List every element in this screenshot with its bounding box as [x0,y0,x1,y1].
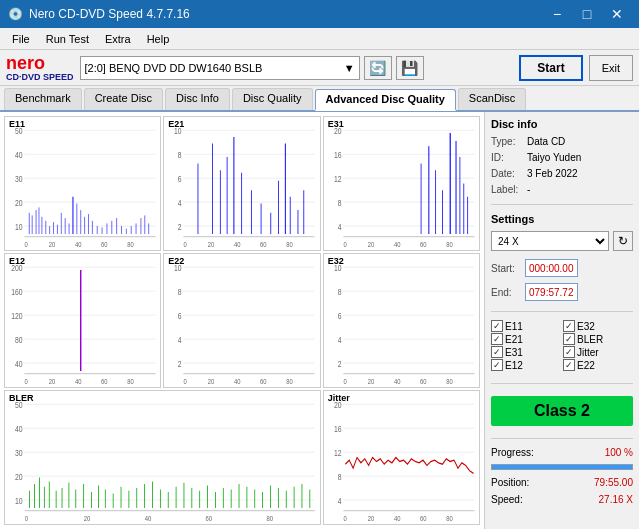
disc-type-row: Type: Data CD [491,136,633,147]
label-label: Label: [491,184,523,195]
title-bar: 💿 Nero CD-DVD Speed 4.7.7.16 − □ ✕ [0,0,639,28]
app-icon: 💿 [8,7,23,21]
main-content: E11 50 40 30 20 10 0 20 40 60 80 [0,112,639,529]
progress-label: Progress: [491,447,534,458]
toolbar: nero CD·DVD SPEED [2:0] BENQ DVD DD DW16… [0,50,639,86]
checkbox-e11[interactable]: ✓ [491,320,503,332]
svg-text:60: 60 [101,377,108,385]
checkbox-e12[interactable]: ✓ [491,359,503,371]
svg-text:30: 30 [15,174,23,184]
svg-text:40: 40 [15,359,23,369]
checkbox-e21[interactable]: ✓ [491,333,503,345]
menu-file[interactable]: File [4,31,38,47]
svg-text:0: 0 [184,377,187,385]
checkbox-e22[interactable]: ✓ [563,359,575,371]
svg-text:80: 80 [127,240,134,248]
chart-e21-label: E21 [168,119,184,129]
speed-value: 27.16 X [599,494,633,505]
checkbox-bler[interactable]: ✓ [563,333,575,345]
svg-text:60: 60 [101,240,108,248]
disc-date-row: Date: 3 Feb 2022 [491,168,633,179]
svg-text:10: 10 [15,496,23,506]
svg-text:80: 80 [287,377,294,385]
speed-select[interactable]: 24 X Maximum 40 X 32 X [491,231,609,251]
chart-e31-label: E31 [328,119,344,129]
svg-text:60: 60 [420,240,427,248]
end-time-row: End: 079:57.72 [491,283,633,301]
svg-text:4: 4 [337,222,341,232]
disc-id-row: ID: Taiyo Yuden [491,152,633,163]
cb-e12: ✓ E12 [491,359,561,371]
minimize-button[interactable]: − [543,4,571,24]
maximize-button[interactable]: □ [573,4,601,24]
svg-text:12: 12 [334,174,342,184]
chart-e22: E22 10 8 6 4 2 0 20 40 60 80 [163,253,320,388]
progress-value: 100 % [605,447,633,458]
svg-text:20: 20 [367,377,374,385]
exit-button[interactable]: Exit [589,55,633,81]
svg-text:40: 40 [15,150,23,160]
svg-text:20: 20 [49,377,56,385]
close-button[interactable]: ✕ [603,4,631,24]
svg-text:4: 4 [337,496,341,506]
svg-text:20: 20 [208,377,215,385]
chart-e22-svg: 10 8 6 4 2 0 20 40 60 80 [164,254,319,387]
svg-text:6: 6 [337,311,341,321]
svg-text:40: 40 [394,240,401,248]
id-value: Taiyo Yuden [527,152,581,163]
divider-3 [491,383,633,384]
svg-text:0: 0 [25,515,28,523]
svg-text:16: 16 [334,150,342,160]
menu-help[interactable]: Help [139,31,178,47]
settings-refresh-button[interactable]: ↻ [613,231,633,251]
svg-text:12: 12 [334,448,342,458]
tab-create-disc[interactable]: Create Disc [84,88,163,110]
speed-row: 24 X Maximum 40 X 32 X ↻ [491,231,633,251]
start-value: 000:00.00 [525,259,578,277]
svg-text:8: 8 [337,472,341,482]
menu-bar: File Run Test Extra Help [0,28,639,50]
chart-bler: BLER 50 40 30 20 10 0 20 40 60 80 [4,390,321,525]
cb-bler: ✓ BLER [563,333,633,345]
tab-benchmark[interactable]: Benchmark [4,88,82,110]
checkbox-jitter[interactable]: ✓ [563,346,575,358]
start-button[interactable]: Start [519,55,582,81]
title-bar-left: 💿 Nero CD-DVD Speed 4.7.7.16 [8,7,190,21]
svg-text:20: 20 [15,198,23,208]
checkbox-e31[interactable]: ✓ [491,346,503,358]
chart-e32: E32 10 8 6 4 2 0 20 40 60 80 [323,253,480,388]
tab-disc-info[interactable]: Disc Info [165,88,230,110]
checkbox-e32[interactable]: ✓ [563,320,575,332]
svg-text:0: 0 [24,377,27,385]
refresh-button[interactable]: 🔄 [364,56,392,80]
svg-text:40: 40 [15,424,23,434]
chart-e21: E21 10 8 6 4 2 0 20 40 60 80 [163,116,320,251]
tab-disc-quality[interactable]: Disc Quality [232,88,313,110]
svg-text:60: 60 [260,377,267,385]
svg-text:2: 2 [178,359,182,369]
app-title: Nero CD-DVD Speed 4.7.7.16 [29,7,190,21]
position-label: Position: [491,477,529,488]
dropdown-arrow-icon: ▼ [344,62,355,74]
save-button[interactable]: 💾 [396,56,424,80]
svg-text:20: 20 [15,472,23,482]
menu-extra[interactable]: Extra [97,31,139,47]
tab-bar: Benchmark Create Disc Disc Info Disc Qua… [0,86,639,112]
svg-text:60: 60 [260,240,267,248]
chart-e12-svg: 200 160 120 80 40 0 20 40 60 80 [5,254,160,387]
type-value: Data CD [527,136,565,147]
tab-scan-disc[interactable]: ScanDisc [458,88,526,110]
svg-text:20: 20 [208,240,215,248]
svg-text:6: 6 [178,311,182,321]
settings-title: Settings [491,213,633,225]
menu-run-test[interactable]: Run Test [38,31,97,47]
svg-text:40: 40 [145,515,152,523]
right-panel: Disc info Type: Data CD ID: Taiyo Yuden … [484,112,639,529]
svg-text:120: 120 [11,311,23,321]
progress-bar-inner [492,465,632,469]
svg-text:20: 20 [367,514,374,522]
svg-text:16: 16 [334,424,342,434]
tab-advanced-disc-quality[interactable]: Advanced Disc Quality [315,89,456,111]
svg-text:80: 80 [287,240,294,248]
drive-combo[interactable]: [2:0] BENQ DVD DD DW1640 BSLB ▼ [80,56,360,80]
